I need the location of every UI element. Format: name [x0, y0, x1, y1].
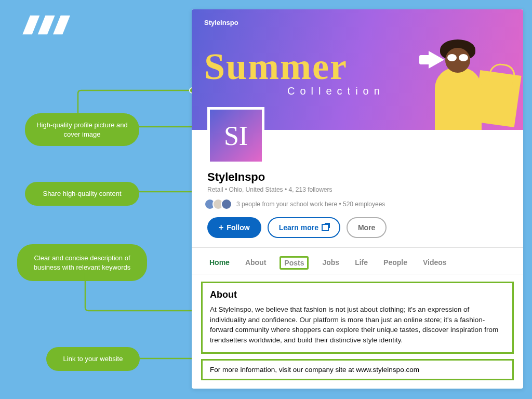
more-button[interactable]: More [347, 217, 387, 238]
tab-life[interactable]: Life [353, 256, 370, 270]
about-section: About At StyleInspo, we believe that fas… [201, 282, 514, 354]
annotation-description: Clear and concise description of busines… [17, 244, 147, 281]
about-body: At StyleInspo, we believe that fashion i… [210, 304, 505, 345]
cover-brand: StyleInspo [204, 19, 511, 26]
annotation-share-content: Share high-quality content [25, 182, 139, 206]
mini-avatars [207, 198, 232, 210]
tab-videos[interactable]: Videos [421, 256, 449, 270]
follow-button[interactable]: Follow [207, 217, 261, 238]
tab-people[interactable]: People [381, 256, 409, 270]
more-label: More [358, 223, 375, 232]
tab-home[interactable]: Home [207, 256, 232, 270]
avatar-initials: SI [224, 121, 248, 151]
cover-person-illustration [409, 36, 513, 130]
tab-posts[interactable]: Posts [280, 256, 309, 270]
external-link-icon [322, 224, 329, 231]
annotation-website-link: Link to your website [46, 347, 140, 371]
people-row: 3 people from your school work here • 52… [207, 198, 508, 210]
linkedin-profile-card: StyleInspo Summer Collection SI StyleIns… [192, 9, 523, 389]
tab-jobs[interactable]: Jobs [320, 256, 341, 270]
learn-more-button[interactable]: Learn more [268, 217, 340, 238]
profile-avatar: SI [207, 107, 264, 164]
people-text: 3 people from your school work here • 52… [236, 201, 385, 208]
profile-tabs: Home About Posts Jobs Life People Videos [192, 247, 523, 274]
about-heading: About [210, 289, 505, 300]
learn-more-label: Learn more [279, 223, 318, 232]
tab-about[interactable]: About [243, 256, 268, 270]
website-link-box[interactable]: For more information, visit our company … [201, 359, 514, 380]
brand-logo-icon [19, 15, 76, 37]
page-title: StyleInspo [207, 170, 508, 184]
follow-label: Follow [227, 223, 249, 232]
page-meta: Retail • Ohio, United States • 4, 213 fo… [207, 186, 508, 193]
annotation-profile-image: High-quality profile picture and cover i… [25, 113, 139, 146]
plus-icon [219, 223, 223, 232]
